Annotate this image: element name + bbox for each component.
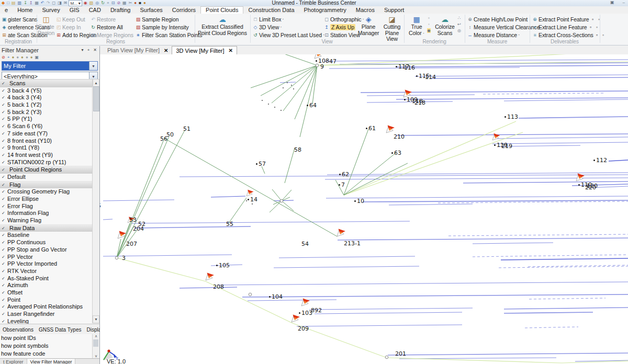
tree-item-5-pp-y1[interactable]: ✓5 PP (Y1) <box>0 116 93 123</box>
checkbox-checked-icon[interactable]: ✓ <box>2 144 7 152</box>
filter-name-combobox[interactable]: My Filter ▼ <box>2 61 98 71</box>
print-icon[interactable]: ▦ <box>35 1 39 6</box>
checkbox-checked-icon[interactable]: ✓ <box>2 203 7 210</box>
window-minimize-icon[interactable]: – <box>623 0 625 5</box>
checkbox-checked-icon[interactable]: ✓ <box>2 297 7 304</box>
create-high-low-point-button[interactable]: ⊕Create High/Low Point <box>467 15 540 23</box>
rendering-option-icon-2[interactable]: ◦ <box>427 22 431 27</box>
ribbon-tab-corridors[interactable]: Corridors <box>167 6 200 14</box>
3d-view-menu-icon[interactable]: · <box>280 24 282 30</box>
filter-ball-icon-3[interactable]: ● <box>21 55 24 60</box>
checkbox-checked-icon[interactable]: ✓ <box>2 123 7 130</box>
tree-item-6-scan-6-y6[interactable]: ✓6 Scan 6 (Y6) <box>0 123 93 130</box>
extract-line-feature-button[interactable]: ≈Extract Line Feature▫◦ <box>532 23 606 31</box>
select-icon[interactable]: ◻ <box>52 1 56 6</box>
scroll-down-icon[interactable]: ▼ <box>93 315 99 323</box>
panel-close-icon[interactable]: ✕ <box>93 48 97 53</box>
chevron-down-icon[interactable]: ▼ <box>89 62 97 70</box>
tab-gnss-data-types[interactable]: GNSS Data Types <box>36 327 84 333</box>
fit-icon[interactable]: ⊡ <box>111 1 115 6</box>
stop-icon[interactable]: ● <box>143 1 146 6</box>
panel-tab-view-filter-manager[interactable]: View Filter Manager <box>27 359 76 364</box>
checkbox-checked-icon[interactable]: ✓ <box>2 87 7 95</box>
extract-line-feature-option-icon-1[interactable]: ▫ <box>588 25 593 30</box>
tree-item-pp-continuous[interactable]: ✓PP Continuous <box>0 239 93 246</box>
tree-item-9-front1-y8[interactable]: ✓9 front1 (Y8) <box>0 144 93 152</box>
limit-box-menu-icon[interactable]: · <box>282 16 284 22</box>
checkbox-checked-icon[interactable]: ✓ <box>2 289 7 297</box>
ribbon-tab-macros[interactable]: Macros <box>351 6 379 14</box>
ribbon-tab-survey[interactable]: Survey <box>37 6 64 14</box>
checkbox-checked-icon[interactable]: ✓ <box>2 232 7 239</box>
tree-item-station0002-rp-y11[interactable]: ✓STATION0002 rp (Y11) <box>0 159 93 166</box>
tools-icon[interactable]: ✂ <box>129 1 132 6</box>
tree-item-warning-flag[interactable]: ✓Warning Flag <box>0 217 93 224</box>
close-view-tab-icon[interactable]: ✕ <box>229 48 233 53</box>
checkbox-checked-icon[interactable]: ✓ <box>2 101 7 109</box>
options-scrollbar[interactable]: ∧ ∨ <box>92 334 99 358</box>
checkbox-checked-icon[interactable]: ✓ <box>2 318 7 324</box>
import-icon[interactable]: ↧ <box>24 1 27 6</box>
checkbox-checked-icon[interactable]: ✓ <box>2 174 7 181</box>
point-cloud-3d-view[interactable]: 1084791171161151146410911821811361210119… <box>100 54 628 364</box>
tree-item-crossing-geometry-flag[interactable]: ✓Crossing Geometry Flag <box>0 188 93 196</box>
clear-filter-icon[interactable]: ⊘ <box>2 55 5 60</box>
restore-all-button[interactable]: ↻Restore All <box>90 23 133 31</box>
rendering-option-icon-1[interactable]: ▫ <box>427 16 431 20</box>
extract-cross-sections-button[interactable]: ≡Extract Cross-Sections▫◦ <box>532 31 606 39</box>
ribbon-tab-point-clouds[interactable]: Point Clouds <box>200 6 243 14</box>
tree-header-flag[interactable]: ✓Flag <box>0 181 93 189</box>
checkbox-checked-icon[interactable]: ✓ <box>2 181 7 189</box>
tree-item-baseline[interactable]: ✓Baseline <box>0 232 93 239</box>
ribbon-tab-gis[interactable]: GIS <box>65 6 84 14</box>
checkbox-checked-icon[interactable]: ✓ <box>2 275 7 282</box>
tree-item-leveling[interactable]: ✓Leveling <box>0 318 93 324</box>
view-tab-plan-view-my-filter[interactable]: Plan View [My Filter]✕ <box>104 46 172 54</box>
tree-item-pp-stop-and-go-vector[interactable]: ✓PP Stop and Go Vector <box>0 246 93 254</box>
extract-cross-sections-option-icon-2[interactable]: ◦ <box>601 32 606 38</box>
tree-item-error-flag[interactable]: ✓Error Flag <box>0 203 93 210</box>
checkbox-checked-icon[interactable]: ✓ <box>2 217 7 224</box>
options-icon[interactable]: ● <box>134 1 137 6</box>
sample-region-button[interactable]: ▨Sample Region <box>135 15 202 23</box>
filter-ball-icon-1[interactable]: ● <box>12 55 14 60</box>
scroll-up-icon[interactable]: ∧ <box>93 334 99 338</box>
checkbox-checked-icon[interactable]: ✓ <box>2 116 7 123</box>
tab-observations[interactable]: Observations <box>0 327 36 333</box>
layers-icon[interactable]: ▧ <box>89 1 94 6</box>
open-project-icon[interactable]: ▤ <box>12 1 16 6</box>
option-how-point-symbols[interactable]: how point symbols <box>0 342 93 350</box>
record-icon[interactable]: ■ <box>139 1 141 6</box>
plane-manager-button[interactable]: ◈ Plane Manager <box>358 15 379 36</box>
checkbox-checked-icon[interactable]: ✓ <box>2 254 7 261</box>
rendering-option-icon-3[interactable]: ◉ <box>427 28 431 33</box>
tree-item-7-side-east-y7[interactable]: ✓7 side east (Y7) <box>0 130 93 138</box>
checkbox-checked-icon[interactable]: ✓ <box>2 166 7 174</box>
rendering-option-icon-2[interactable]: ↩ <box>457 22 461 27</box>
tree-item-rtk-vector[interactable]: ✓RTK Vector <box>0 268 93 275</box>
filter-text-icon[interactable]: ▣ <box>35 55 39 60</box>
checkbox-checked-icon[interactable]: ✓ <box>2 188 7 196</box>
ribbon-tab-photogrammetry[interactable]: Photogrammetry <box>299 6 351 14</box>
colorize-scans-button[interactable]: ☁ Colorize Scans <box>433 15 456 36</box>
checkbox-checked-icon[interactable]: ✓ <box>2 152 7 159</box>
sample-by-intensity-button[interactable]: ▧Sample by Intensity <box>135 23 202 31</box>
checkbox-checked-icon[interactable]: ✓ <box>2 246 7 254</box>
scroll-up-icon[interactable]: ▲ <box>93 79 99 87</box>
extract-point-feature-button[interactable]: ⊕Extract Point Feature▫◦ <box>532 15 606 23</box>
undo-icon[interactable]: ↶ <box>41 1 44 6</box>
restore-button[interactable]: ↶Restore <box>90 15 133 23</box>
checkbox-checked-icon[interactable]: ✓ <box>2 210 7 217</box>
orbit-icon[interactable]: ↻ <box>101 1 105 6</box>
checkbox-checked-icon[interactable]: ✓ <box>2 159 7 166</box>
true-color-button[interactable]: ▦ True Color· <box>407 15 426 36</box>
tree-item-averaged-point-relationships[interactable]: ✓Averaged Point Relationships <box>0 303 93 311</box>
create-region-button[interactable]: ◫ Create Region <box>38 15 54 36</box>
cutting-plane-view-button[interactable]: ◪ Cutting Plane View <box>380 15 404 42</box>
tree-item-pp-vector-imported[interactable]: ✓PP Vector Imported <box>0 260 93 268</box>
grid-icon[interactable]: ▦ <box>122 1 127 6</box>
panel-menu-icon[interactable]: ▾ <box>82 48 84 53</box>
tree-item-5-back-1-y2[interactable]: ✓5 back 1 (Y2) <box>0 101 93 109</box>
measure-vertical-clearance-button[interactable]: ↕Measure Vertical Clearance <box>467 23 540 31</box>
rendering-option-icon-3[interactable]: ◎ <box>457 28 461 33</box>
